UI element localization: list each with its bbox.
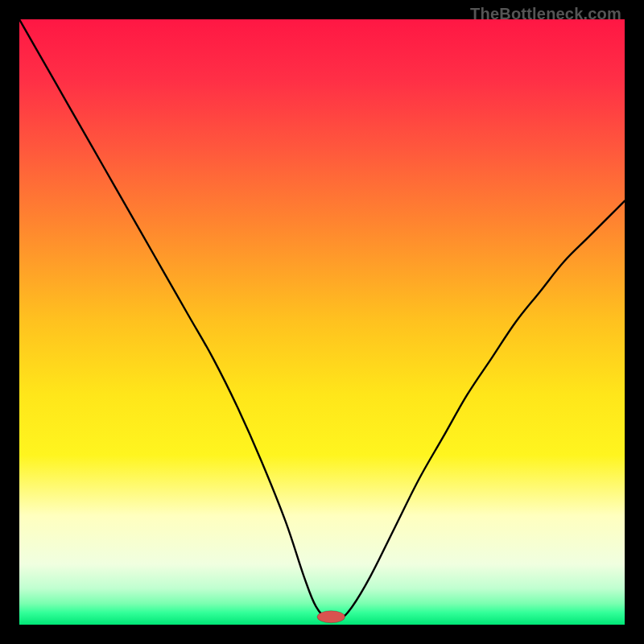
gradient-background [19, 19, 625, 625]
chart-frame: TheBottleneck.com [0, 0, 644, 644]
optimum-marker [317, 611, 345, 623]
bottleneck-chart [19, 19, 625, 625]
plot-area [19, 19, 625, 625]
